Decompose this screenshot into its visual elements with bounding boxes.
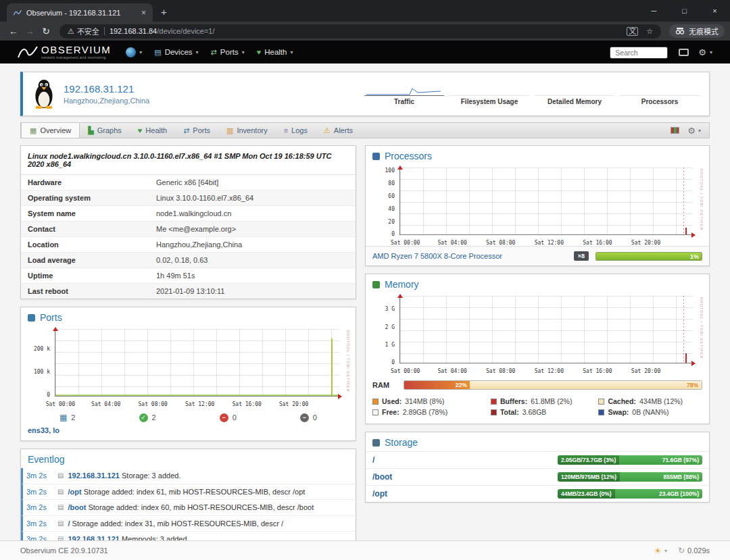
row-label: Operating system [21, 190, 149, 205]
ports-total[interactable]: ▦ 2 [59, 413, 75, 422]
event-entity[interactable]: 192.168.31.121 [68, 472, 119, 480]
translate-icon[interactable]: 文 [627, 27, 638, 36]
device-tabstrip: ▦ Overview ▙ Graphs ♥ Health ⇄ Ports ▥ I… [20, 122, 710, 138]
tab-close-icon[interactable]: × [141, 8, 146, 18]
settings-menu[interactable]: ⚙ ▾ [698, 47, 712, 57]
ports-down[interactable]: − 0 [220, 413, 237, 422]
menu-ports-label: Ports [220, 48, 239, 56]
mount-link[interactable]: / [372, 455, 374, 465]
menu-ports[interactable]: ⇄ Ports ▾ [211, 48, 245, 57]
thumb-traffic[interactable]: Traffic [364, 80, 444, 108]
url-host: 192.168.31.84 [110, 27, 157, 35]
panel-title[interactable]: Memory [385, 279, 419, 290]
thumb-label: Filesystem Usage [449, 98, 529, 108]
memory-icon [372, 281, 380, 288]
event-entity[interactable]: /opt [68, 488, 81, 496]
panel-title[interactable]: Storage [385, 437, 418, 448]
ports-panel: Ports 200 k 100 k 0 Sat 00:00 Sat 04:00 [20, 307, 356, 441]
minimize-icon[interactable]: ─ [639, 0, 669, 22]
memory-legend: Used: 314MB (8%) Buffers: 61.8MB (2%) Ca… [366, 392, 709, 424]
security-warning[interactable]: ⚠ 不安全 [68, 26, 99, 36]
event-time: 3m 2s [26, 502, 53, 513]
tab-logs[interactable]: ≡ Logs [276, 123, 316, 138]
cached-swatch [598, 399, 604, 405]
maximize-icon[interactable]: □ [669, 0, 700, 22]
y-tick: 100 [385, 168, 395, 174]
traffic-line [55, 394, 339, 396]
row-value: Me <me@example.org> [149, 222, 356, 236]
event-entity[interactable]: /boot [68, 503, 86, 511]
row-value: 2021-01-09 13:10:11 [149, 284, 356, 299]
chevron-down-icon: ▾ [196, 49, 199, 55]
address-bar[interactable]: ⚠ 不安全 192.168.31.84/device/device=1/ 文 ☆ [59, 24, 661, 39]
mount-link[interactable]: /boot [372, 472, 392, 482]
thumb-detailed-memory[interactable]: Detailed Memory [535, 80, 614, 108]
thumb-filesystem-usage[interactable]: Filesystem Usage [449, 80, 529, 108]
ports-icon: ⇄ [211, 48, 217, 57]
ports-shutdown[interactable]: − 0 [300, 413, 317, 422]
close-icon[interactable]: × [700, 0, 730, 22]
list-item[interactable]: 3m 2s ▤ 192.168.31.121 Mempools: 3 added… [21, 532, 356, 540]
y-tick: 60 [388, 193, 395, 199]
window-controls: ─ □ × [639, 0, 730, 22]
legend-item: Cached: 434MB (12%) [598, 397, 702, 405]
cpu-count-badge: ×8 [574, 251, 589, 261]
ports-icon: ⇄ [183, 126, 189, 135]
incognito-badge: 无痕模式 [669, 24, 725, 38]
panel-title[interactable]: Processors [385, 151, 432, 161]
graph-style-icon[interactable] [671, 127, 679, 134]
mount-link[interactable]: /opt [372, 489, 387, 499]
y-tick: 40 [388, 206, 395, 212]
panel-title[interactable]: Ports [40, 312, 62, 323]
table-row: / 2.05GB/73.7GB (3%) 71.6GB (97%) [366, 451, 709, 468]
ports-graph[interactable]: 200 k 100 k 0 Sat 00:00 Sat 04:00 Sat 08… [22, 328, 350, 407]
memory-graph[interactable]: 3 G 2 G 1 G 0 Sat 00:00 Sat 04:00 Sat 08… [367, 295, 704, 374]
warning-icon: ⚠ [68, 27, 74, 36]
globe-menu[interactable]: ▾ [126, 47, 142, 57]
url-text[interactable]: 192.168.31.84/device/device=1/ [110, 27, 215, 35]
back-icon[interactable]: ← [5, 26, 22, 36]
bookmark-star-icon[interactable]: ☆ [646, 27, 653, 36]
tab-inventory[interactable]: ▥ Inventory [218, 123, 276, 138]
device-ip[interactable]: 192.168.31.121 [64, 83, 149, 95]
menu-devices[interactable]: ▤ Devices ▾ [154, 48, 198, 57]
tab-overview[interactable]: ▦ Overview [21, 123, 80, 138]
tab-alerts[interactable]: ⚠ Alerts [316, 123, 361, 138]
list-item[interactable]: 3m 2s ▤ /boot Storage added: index 60, m… [21, 500, 356, 516]
tab-graphs[interactable]: ▙ Graphs [80, 123, 130, 138]
storage-icon [372, 439, 380, 447]
list-item[interactable]: 3m 2s ▤ / Storage added: index 31, mib H… [21, 516, 356, 532]
panel-title[interactable]: Eventlog [28, 454, 64, 465]
device-location[interactable]: Hangzhou,Zhejiang,China [64, 97, 149, 105]
refresh-icon[interactable]: ↻ [38, 26, 54, 36]
cpu-name-link[interactable]: AMD Ryzen 7 5800X 8-Core Processor [372, 252, 567, 260]
thumb-processors[interactable]: Processors [620, 80, 700, 108]
row-label: Load average [21, 253, 149, 268]
legend-item: Buffers: 61.8MB (2%) [491, 397, 595, 405]
list-item[interactable]: 3m 2s ▤ 192.168.31.121 Storage: 3 added. [21, 468, 356, 484]
page-settings-menu[interactable]: ⚙ ▾ [687, 126, 701, 136]
swap-swatch [598, 409, 604, 415]
tab-ports[interactable]: ⇄ Ports [175, 123, 218, 138]
event-message: Mempools: 3 added. [122, 535, 189, 540]
event-entity[interactable]: / [68, 519, 70, 528]
search-input[interactable] [610, 47, 668, 59]
list-item[interactable]: 3m 2s ▤ /opt Storage added: index 61, mi… [21, 484, 356, 501]
menu-health[interactable]: ♥ Health ▾ [257, 48, 293, 56]
graphs-icon: ▙ [88, 126, 93, 135]
eventlog-panel: Eventlog 3m 2s ▤ 192.168.31.121 Storage:… [20, 449, 356, 540]
interface-links[interactable]: ens33, lo [21, 424, 356, 440]
forward-icon[interactable]: → [22, 26, 38, 36]
storage-usage-bar: 2.05GB/73.7GB (3%) 71.6GB (97%) [558, 455, 702, 465]
observium-logo[interactable]: OBSERVIUM network management and monitor… [18, 45, 111, 59]
event-entity[interactable]: 192.168.31.121 [68, 535, 119, 540]
processor-icon [372, 153, 380, 160]
ports-up[interactable]: ✓ 2 [139, 413, 156, 422]
new-tab-button[interactable]: + [161, 6, 167, 18]
processors-panel: Processors 100 80 60 40 20 0 [365, 145, 710, 266]
display-icon[interactable] [679, 49, 689, 56]
tab-health[interactable]: ♥ Health [130, 123, 175, 138]
theme-toggle[interactable]: ☀ ▾ [654, 546, 667, 556]
browser-tab[interactable]: Observium - 192.168.31.121 × [7, 3, 153, 22]
processors-graph[interactable]: 100 80 60 40 20 0 Sat 00:00 Sat 04:00 [367, 166, 704, 246]
